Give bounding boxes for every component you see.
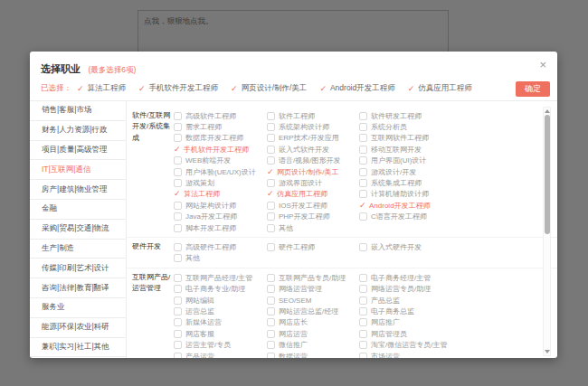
job-option[interactable]: IOS开发工程师	[267, 200, 359, 211]
checkbox-icon	[174, 202, 182, 210]
job-option[interactable]: PHP开发工程师	[267, 212, 359, 222]
job-option[interactable]: 移动互联网开发	[359, 144, 495, 155]
job-option[interactable]: 其他	[267, 222, 359, 233]
selected-job-item[interactable]: ✓Android开发工程师	[319, 83, 394, 94]
job-option[interactable]: 网店推广	[359, 317, 495, 328]
job-option[interactable]: 需求工程师	[174, 121, 267, 132]
job-option[interactable]: 嵌入式软件开发	[267, 144, 359, 155]
job-option[interactable]: 产品运营	[174, 351, 267, 358]
job-option[interactable]: 互联网产品经理/主管	[174, 272, 267, 283]
job-option[interactable]: 系统架构设计师	[267, 121, 359, 132]
scrollbar-thumb[interactable]	[545, 115, 550, 234]
close-icon[interactable]: ×	[539, 59, 546, 71]
job-option[interactable]: ERP技术/开发应用	[267, 133, 359, 144]
job-option[interactable]: 高级硬件工程师	[174, 241, 267, 252]
checkbox-icon	[267, 112, 275, 120]
job-option[interactable]: SEO/SEM	[267, 295, 359, 306]
job-option[interactable]: 市场运营	[359, 351, 495, 358]
job-option[interactable]: 运营总监	[174, 306, 267, 316]
job-option[interactable]: 微信推广	[267, 339, 359, 350]
job-option[interactable]: 网站运营总监/经理	[267, 306, 359, 316]
job-option[interactable]: 网络运营管理	[267, 283, 359, 294]
modal-header: 选择职业 (最多选择6项) ×	[30, 52, 557, 77]
job-option[interactable]: 网店管理员	[359, 328, 495, 339]
job-option[interactable]: ✓算法工程师	[174, 189, 267, 200]
job-option[interactable]: C语言开发工程师	[359, 212, 495, 222]
job-option[interactable]: 语音/视频/图形开发	[267, 155, 359, 166]
job-option[interactable]: 游戏界面设计	[267, 177, 359, 188]
job-option[interactable]: 其他	[174, 253, 267, 264]
job-option[interactable]: 网站架构设计师	[174, 200, 267, 211]
job-option[interactable]: 用户体验(UE/UX)设计	[174, 166, 267, 177]
job-option[interactable]: 数据库开发工程师	[174, 133, 267, 144]
job-option[interactable]: 软件工程师	[267, 110, 359, 121]
sidebar-item-category[interactable]: 传媒|印刷|艺术|设计	[30, 259, 126, 278]
job-option[interactable]: 运营主管/专员	[174, 339, 267, 350]
background-prompt-link[interactable]: 点我，狠狠地点我。	[138, 13, 219, 31]
sidebar-item-category[interactable]: 房产|建筑|物业管理	[30, 180, 126, 200]
job-option-label: 电子商务专业/助理	[185, 284, 245, 294]
job-option[interactable]: ✓手机软件开发工程师	[174, 144, 267, 155]
checkbox-icon	[174, 123, 182, 131]
job-option[interactable]: 系统集成工程师	[359, 177, 495, 188]
checkbox-icon	[267, 224, 275, 232]
selected-job-item[interactable]: ✓仿真应用工程师	[408, 83, 472, 94]
selected-job-item[interactable]: ✓手机软件开发工程师	[138, 83, 218, 94]
job-option[interactable]: WEB前端开发	[174, 155, 267, 166]
job-option[interactable]: ✓网页设计/制作/美工	[267, 166, 359, 177]
job-option[interactable]: 计算机辅助设计师	[359, 189, 495, 200]
job-option[interactable]: 淘宝/微信运营专员/主管	[359, 339, 495, 350]
selected-job-item[interactable]: ✓算法工程师	[77, 83, 126, 94]
job-option[interactable]: 互联网产品专员/助理	[267, 272, 359, 283]
job-option-label: 软件研发工程师	[371, 111, 422, 121]
job-option[interactable]: 电子商务总监	[359, 306, 495, 316]
job-option-label: 运营总监	[185, 306, 214, 316]
checkbox-icon	[174, 318, 182, 326]
scrollbar[interactable]	[543, 107, 551, 356]
job-option[interactable]: 网店运营	[267, 328, 359, 339]
job-option[interactable]: 电子商务专业/助理	[174, 283, 267, 294]
job-option[interactable]: 高级软件工程师	[174, 110, 267, 121]
job-option[interactable]: 网店店长	[267, 317, 359, 328]
job-option[interactable]: 网络运营专员/助理	[359, 283, 495, 294]
job-option[interactable]: 新媒体运营	[174, 317, 267, 328]
confirm-button[interactable]: 确定	[516, 81, 550, 97]
sidebar-item-category[interactable]: 咨询|法律|教育|翻译	[30, 278, 126, 298]
job-option[interactable]: 软件研发工程师	[359, 110, 495, 121]
job-option[interactable]: 系统分析员	[359, 121, 495, 132]
job-option[interactable]: 嵌入式硬件开发	[359, 241, 495, 252]
sidebar-item-category[interactable]: 销售|客服|市场	[30, 101, 126, 121]
sidebar-item-category[interactable]: 服务业	[30, 298, 126, 318]
job-option[interactable]: Java开发工程师	[174, 212, 267, 222]
sidebar-item-category[interactable]: 财务|人力资源|行政	[30, 121, 126, 141]
job-option[interactable]: 电子商务经理/主管	[359, 272, 495, 283]
sidebar-item-category[interactable]: 兼职|实习|社工|其他	[30, 338, 126, 358]
job-select-modal: 选择职业 (最多选择6项) × 已选择： ✓算法工程师✓手机软件开发工程师✓网页…	[30, 52, 557, 358]
sidebar-item-category[interactable]: 采购|贸易|交通|物流	[30, 220, 126, 240]
job-option[interactable]: 游戏策划	[174, 177, 267, 188]
job-option-label: 其他	[185, 253, 200, 263]
job-option[interactable]: 用户界面(UI)设计	[359, 155, 495, 166]
selected-job-item[interactable]: ✓网页设计/制作/美工	[231, 83, 307, 94]
sidebar-item-category[interactable]: 能源|环保|农业|科研	[30, 318, 126, 338]
job-option[interactable]: 产品总监	[359, 295, 495, 306]
sidebar-item-category[interactable]: 金融	[30, 200, 126, 220]
job-option[interactable]: 互联网软件工程师	[359, 133, 495, 144]
job-option[interactable]: 游戏设计/开发	[359, 166, 495, 177]
scroll-down-arrow-icon[interactable]	[545, 350, 550, 353]
job-option[interactable]: 网店客服	[174, 328, 267, 339]
job-option[interactable]: 硬件工程师	[267, 241, 359, 252]
job-option[interactable]: 数据运营	[267, 351, 359, 358]
sidebar-item-category[interactable]: 项目|质量|高级管理	[30, 141, 126, 161]
sidebar-item-category[interactable]: IT|互联网|通信	[30, 160, 126, 180]
scroll-up-arrow-icon[interactable]	[545, 109, 550, 113]
job-group-title: 互联网产品/运营管理	[127, 272, 174, 358]
sidebar-item-category[interactable]: 生产|制造	[30, 240, 126, 259]
job-option-label: 用户界面(UI)设计	[371, 155, 426, 165]
job-option[interactable]: ✓仿真应用工程师	[267, 189, 359, 200]
job-option-label: WEB前端开发	[185, 155, 231, 165]
job-option[interactable]: ✓Android开发工程师	[359, 200, 495, 211]
job-option[interactable]: 网站编辑	[174, 295, 267, 306]
checkbox-icon	[174, 341, 182, 349]
job-option[interactable]: 脚本开发工程师	[174, 222, 267, 233]
